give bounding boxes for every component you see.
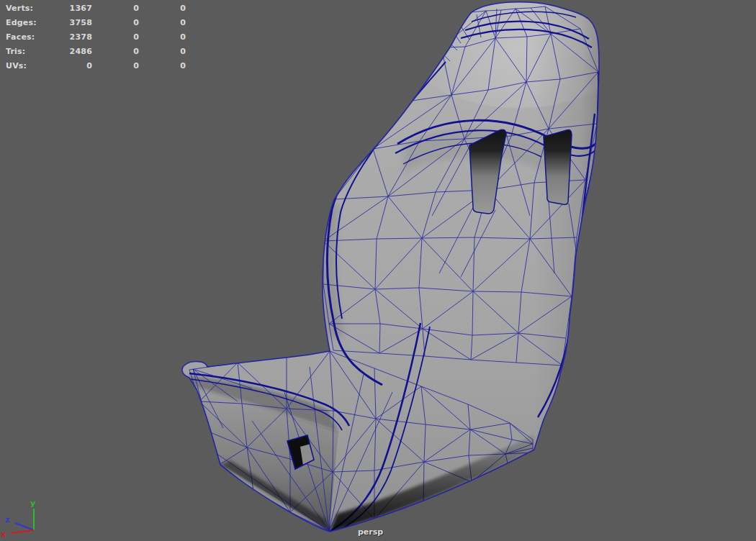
hud-value: 0 bbox=[139, 4, 186, 13]
hud-value: 3758 bbox=[43, 18, 92, 27]
viewport-3d-canvas[interactable] bbox=[0, 0, 756, 541]
z-axis-label: z bbox=[5, 515, 9, 524]
x-axis-line bbox=[11, 530, 34, 533]
hud-row-label: Tris: bbox=[6, 47, 43, 56]
hud-value: 0 bbox=[43, 61, 92, 71]
maya-viewport[interactable]: Verts: 1367 0 0 Edges: 3758 0 0 Faces: 2… bbox=[0, 0, 756, 541]
z-axis-line bbox=[15, 523, 34, 530]
hud-row-label: UVs: bbox=[6, 61, 43, 71]
y-axis-label: y bbox=[30, 499, 35, 508]
harness-hole-right bbox=[544, 130, 572, 205]
axis-lines bbox=[11, 509, 34, 533]
hud-value: 0 bbox=[139, 18, 186, 27]
hud-value: 0 bbox=[92, 47, 139, 56]
hud-value: 0 bbox=[92, 32, 139, 42]
hud-value: 2486 bbox=[43, 47, 92, 56]
hud-value: 1367 bbox=[43, 4, 92, 13]
hud-value: 0 bbox=[92, 61, 139, 71]
hud-value: 2378 bbox=[43, 32, 92, 42]
poly-count-hud: Verts: 1367 0 0 Edges: 3758 0 0 Faces: 2… bbox=[6, 1, 180, 73]
hud-value: 0 bbox=[139, 32, 186, 42]
view-axis-gizmo: y z x bbox=[0, 496, 50, 541]
hud-value: 0 bbox=[92, 18, 139, 27]
x-axis-label: x bbox=[1, 529, 6, 539]
hud-row-label: Faces: bbox=[6, 32, 43, 42]
hud-value: 0 bbox=[139, 61, 186, 71]
seat-shading bbox=[0, 0, 756, 541]
hud-row-label: Verts: bbox=[6, 4, 43, 13]
camera-name-label: persp bbox=[358, 527, 383, 537]
hud-row-label: Edges: bbox=[6, 18, 43, 27]
hud-value: 0 bbox=[92, 4, 139, 13]
hud-value: 0 bbox=[139, 47, 186, 56]
